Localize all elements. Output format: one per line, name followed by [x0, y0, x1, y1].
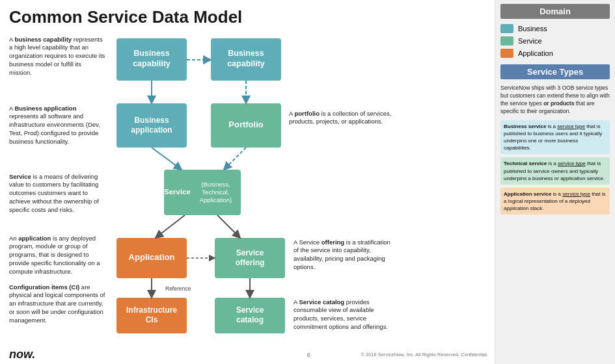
footer: now. 6 © 2018 ServiceNow, Inc. All Right…: [9, 348, 495, 361]
page-number: 6: [307, 352, 310, 358]
node-business-capability-1: Businesscapability: [116, 38, 187, 81]
service-type-business: Business service is a service type that …: [500, 120, 610, 155]
desc-service: Service is a means of delivering value t…: [9, 173, 105, 214]
svg-line-2: [152, 148, 182, 170]
legend-color-application: [500, 49, 513, 58]
logo: now.: [9, 348, 35, 361]
diagram-wrapper: A business capability represents a high …: [9, 33, 488, 332]
legend-label-application: Application: [518, 49, 553, 57]
desc-application: An application is any deployed program, …: [9, 235, 105, 276]
legend-color-business: [500, 24, 513, 33]
service-types-title: Service Types: [500, 64, 610, 79]
left-area: Common Service Data Model A business cap…: [0, 0, 495, 364]
node-service: Service(Business, Technical,Application): [164, 170, 241, 215]
desc-config-items: Configuration items (CI) are physical an…: [9, 283, 105, 325]
svg-line-4: [224, 148, 246, 170]
copyright: © 2018 ServiceNow, Inc. All Rights Reser…: [361, 352, 488, 358]
domain-title: Domain: [500, 4, 610, 19]
legend-label-business: Business: [518, 25, 547, 32]
legend-item-application: Application: [500, 49, 610, 58]
service-types-intro: ServiceNow ships with 3 OOB service type…: [500, 84, 610, 116]
service-type-application: Application service is a service type th…: [500, 188, 610, 215]
node-application: Application: [116, 238, 187, 278]
right-sidebar: Domain Business Service Application Serv…: [495, 0, 615, 364]
desc-service-offering: A Service offering is a stratification o…: [294, 239, 396, 272]
reference-label: Reference: [165, 285, 191, 292]
node-business-capability-2: Businesscapability: [211, 38, 281, 81]
desc-service-catalog: A Service catalog provides consumable vi…: [294, 298, 396, 332]
svg-line-5: [156, 215, 185, 238]
desc-portfolio: A portfolio is a collection of services,…: [289, 110, 393, 127]
desc-business-application: A Business application represents all so…: [9, 105, 105, 146]
legend-item-business: Business: [500, 24, 610, 33]
node-infrastructure-cis: InfrastructureCIs: [116, 298, 187, 333]
legend-item-service: Service: [500, 36, 610, 46]
node-service-offering: Serviceoffering: [215, 238, 285, 278]
page-title: Common Service Data Model: [9, 8, 488, 27]
main-container: Common Service Data Model A business cap…: [0, 0, 615, 364]
node-portfolio: Portfolio: [211, 103, 281, 148]
legend-color-service: [500, 36, 513, 46]
node-business-application: Businessapplication: [116, 103, 187, 148]
legend-label-service: Service: [518, 37, 542, 45]
svg-line-6: [217, 215, 240, 238]
node-service-catalog: Servicecatalog: [215, 298, 285, 333]
service-type-technical: Technical service is a service type that…: [500, 157, 610, 185]
desc-business-capability: A business capability represents a high …: [9, 36, 105, 77]
